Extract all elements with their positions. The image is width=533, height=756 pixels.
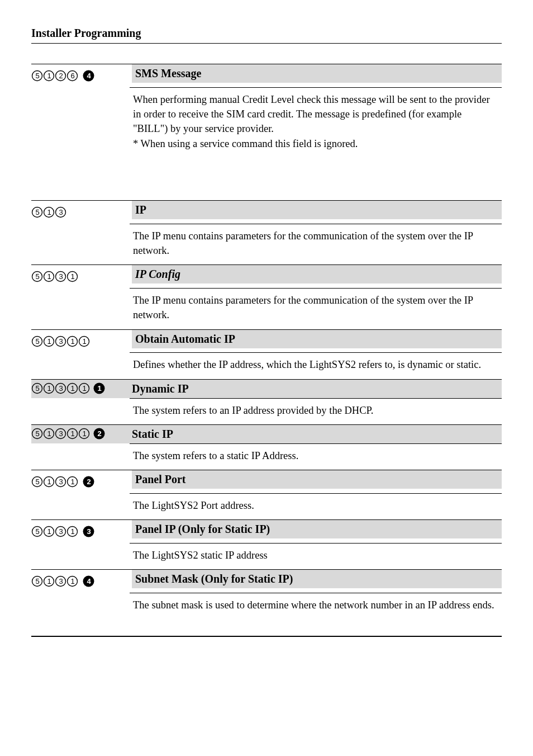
table-row: Panel IP (Only for Static IP)The LightSY…: [31, 519, 502, 569]
circled-1-icon: [43, 70, 55, 82]
section-body-text: The IP menu contains parameters for the …: [130, 224, 502, 265]
section-heading: Dynamic IP: [31, 380, 502, 398]
menu-code: [31, 265, 132, 288]
circled-5-icon: [31, 476, 43, 488]
circled-5-icon: [31, 382, 43, 394]
circled-3-icon: [55, 336, 66, 347]
menu-code: [31, 64, 132, 87]
circled-1-icon: [66, 428, 78, 440]
section-heading-label: Dynamic IP: [132, 382, 189, 395]
section-heading: Obtain Automatic IP: [132, 330, 502, 348]
table-row: Dynamic IPThe system refers to an IP add…: [31, 379, 502, 424]
circled-3-icon: [55, 526, 66, 537]
section-body-text: The LightSYS2 Port address.: [130, 493, 502, 519]
menu-code: [31, 382, 130, 395]
circled-2-icon: [55, 70, 66, 82]
section-body-text: The LightSYS2 static IP address: [130, 543, 502, 569]
circled-6-icon: [66, 70, 78, 82]
menu-code: [31, 330, 132, 353]
circled-3-icon: [55, 382, 66, 394]
circled-1-icon: [43, 271, 55, 282]
circled-5-icon: [31, 575, 43, 587]
circled-1-icon: [66, 575, 78, 587]
circled-1-icon: [66, 526, 78, 537]
section-body-text: The IP menu contains parameters for the …: [130, 288, 502, 329]
circled-1-icon: [66, 336, 78, 347]
menu-code: [31, 570, 132, 593]
section-body-text: When performing manual Credit Level chec…: [130, 87, 502, 158]
section-heading: Panel Port: [132, 470, 502, 489]
black-circled-2-icon: [83, 476, 94, 488]
section-sms-message: SMS Message When performing manual Credi…: [31, 64, 502, 158]
circled-1-icon: [66, 382, 78, 394]
table-row: IP Config The IP menu contains parameter…: [31, 264, 502, 329]
table-row: IPThe IP menu contains parameters for th…: [31, 200, 502, 264]
section-heading: Subnet Mask (Only for Static IP): [132, 570, 502, 588]
table-row: Subnet Mask (Only for Static IP)The subn…: [31, 569, 502, 619]
black-circled-1-icon: [93, 382, 105, 394]
section-heading: Static IP: [31, 425, 502, 443]
circled-3-icon: [55, 206, 66, 218]
circled-1-icon: [43, 206, 55, 218]
circled-5-icon: [31, 206, 43, 218]
black-circled-2-icon: [93, 428, 105, 440]
menu-code: [31, 520, 132, 543]
page-header-title: Installer Programming: [31, 27, 502, 40]
circled-5-icon: [31, 336, 43, 347]
menu-code: [31, 201, 132, 224]
circled-1-icon: [78, 336, 90, 347]
rows-container: IPThe IP menu contains parameters for th…: [31, 200, 502, 619]
circled-5-icon: [31, 526, 43, 537]
table-row: Panel PortThe LightSYS2 Port address.: [31, 470, 502, 519]
circled-5-icon: [31, 70, 43, 82]
circled-1-icon: [43, 526, 55, 537]
circled-3-icon: [55, 271, 66, 282]
black-circled-4-icon: [83, 70, 94, 82]
circled-1-icon: [43, 575, 55, 587]
menu-code: [31, 428, 130, 441]
section-heading-label: Static IP: [132, 428, 173, 441]
circled-1-icon: [78, 428, 90, 440]
header-rule: [31, 43, 502, 44]
section-heading: SMS Message: [132, 64, 502, 83]
black-circled-3-icon: [83, 526, 94, 537]
circled-1-icon: [43, 428, 55, 440]
section-heading: IP Config: [132, 265, 502, 284]
menu-code: [31, 470, 132, 493]
circled-1-icon: [66, 271, 78, 282]
section-body-text: The subnet mask is used to determine whe…: [130, 593, 502, 619]
circled-3-icon: [55, 428, 66, 440]
section-body-text: Defines whether the IP address, which th…: [130, 352, 502, 379]
table-row: Obtain Automatic IPDefines whether the I…: [31, 329, 502, 379]
section-body-text: The system refers to a static IP Address…: [130, 443, 502, 470]
circled-5-icon: [31, 271, 43, 282]
footer-rule: [31, 636, 502, 637]
circled-3-icon: [55, 476, 66, 488]
section-heading: IP: [132, 201, 502, 219]
circled-3-icon: [55, 575, 66, 587]
circled-1-icon: [43, 336, 55, 347]
section-body-text: The system refers to an IP address provi…: [130, 398, 502, 424]
circled-1-icon: [66, 476, 78, 488]
circled-1-icon: [43, 476, 55, 488]
circled-1-icon: [43, 382, 55, 394]
circled-1-icon: [78, 382, 90, 394]
section-heading: Panel IP (Only for Static IP): [132, 520, 502, 538]
circled-5-icon: [31, 428, 43, 440]
table-row: Static IPThe system refers to a static I…: [31, 424, 502, 470]
black-circled-4-icon: [83, 575, 94, 587]
